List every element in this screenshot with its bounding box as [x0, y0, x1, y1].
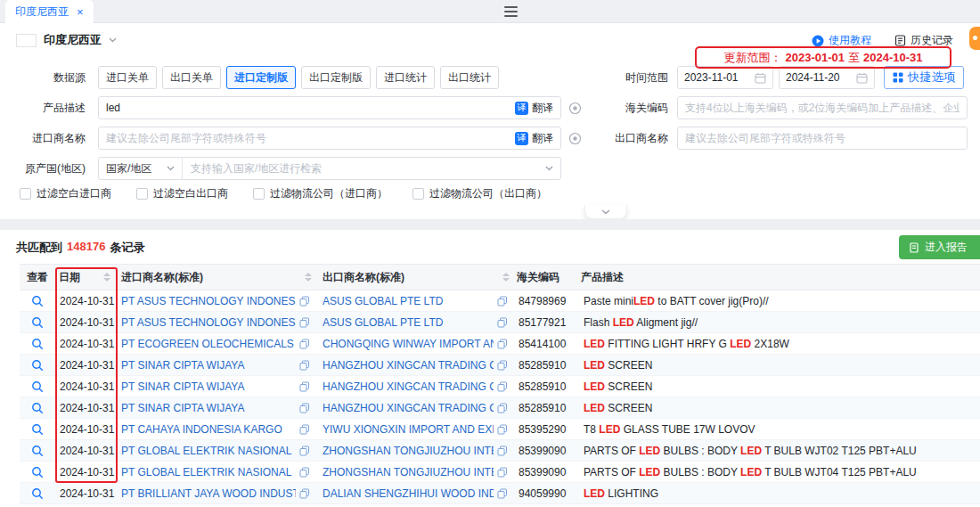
view-details-icon[interactable] [31, 359, 44, 372]
source-tab-export-custom[interactable]: 出口定制版 [301, 66, 371, 89]
header-exporter[interactable]: 出口商名称(标准) [319, 270, 517, 285]
checkbox-filter-blank-exporter[interactable]: 过滤空白出口商 [136, 186, 228, 201]
copy-icon[interactable] [497, 296, 508, 307]
table-row: 2024-10-31 PT ASUS TECHNOLOGY INDONESIA … [20, 312, 980, 333]
translate-button[interactable]: 译 翻译 [515, 101, 560, 116]
exporter-link[interactable]: CHONGQING WINWAY IMPORT AND E... [319, 338, 494, 350]
match-count: 148176 [67, 240, 105, 256]
chevron-down-icon[interactable] [545, 166, 560, 171]
copy-icon[interactable] [299, 424, 310, 435]
importer-name-input[interactable] [99, 127, 515, 149]
hs-code-input[interactable] [678, 97, 967, 119]
exact-match-toggle[interactable] [568, 132, 582, 145]
header-date[interactable]: 日期 [55, 270, 118, 285]
importer-link[interactable]: PT CAHAYA INDONESIA KARGO [118, 423, 296, 436]
copy-icon[interactable] [299, 339, 310, 349]
hs-code-cell: 84798969 [517, 295, 581, 307]
copy-icon[interactable] [497, 360, 508, 371]
product-desc-input[interactable] [99, 97, 515, 119]
sort-icon[interactable] [499, 273, 510, 282]
view-details-icon[interactable] [31, 316, 44, 329]
country-selector[interactable]: 印度尼西亚 [16, 32, 117, 48]
tutorial-link[interactable]: 使用教程 [812, 33, 871, 48]
copy-icon[interactable] [299, 317, 310, 328]
exporter-link[interactable]: ZHONGSHAN TONGJIUZHOU INTERNA... [319, 445, 494, 457]
importer-link[interactable]: PT SINAR CIPTA WIJAYA [118, 402, 296, 414]
view-details-icon[interactable] [31, 402, 44, 414]
product-desc-cell: T8 LED GLASS TUBE 17W LOVOV [581, 423, 980, 436]
sort-icon[interactable] [100, 273, 110, 282]
calendar-icon [755, 72, 766, 84]
importer-link[interactable]: PT GLOBAL ELEKTRIK NASIONAL [118, 466, 296, 478]
copy-icon[interactable] [497, 403, 508, 413]
hs-code-cell: 85285910 [517, 380, 581, 393]
view-details-icon[interactable] [31, 445, 44, 457]
copy-icon[interactable] [299, 381, 310, 392]
header-importer[interactable]: 进口商名称(标准) [118, 270, 319, 285]
copy-icon[interactable] [497, 424, 508, 435]
source-tab-import-custom[interactable]: 进口定制版 [226, 66, 296, 89]
collapse-panel-button[interactable] [584, 205, 627, 219]
tab-menu-icon[interactable] [504, 6, 518, 17]
importer-link[interactable]: PT ECOGREEN OLEOCHEMICALS [118, 338, 296, 350]
exporter-link[interactable]: HANGZHOU XINGCAN TRADING CO LTD [319, 402, 494, 414]
copy-icon[interactable] [497, 467, 508, 478]
copy-icon[interactable] [299, 488, 310, 499]
source-tab-export-stats[interactable]: 出口统计 [440, 66, 499, 89]
exporter-cell: ASUS GLOBAL PTE LTD [319, 316, 517, 329]
exact-match-toggle[interactable] [568, 102, 582, 115]
origin-country-input[interactable] [183, 162, 545, 175]
exporter-name-input[interactable] [678, 127, 967, 149]
exporter-link[interactable]: HANGZHOU XINGCAN TRADING CO LTD [319, 359, 494, 372]
exporter-link[interactable]: DALIAN SHENGZHIHUI WOOD INDUST... [319, 487, 494, 500]
source-tab-import-declaration[interactable]: 进口关单 [98, 66, 157, 89]
copy-icon[interactable] [299, 360, 310, 371]
copy-icon[interactable] [497, 488, 508, 499]
date-end-picker[interactable]: 2024-11-20 [779, 66, 875, 89]
enter-report-button[interactable]: 进入报告 [899, 235, 980, 259]
copy-icon[interactable] [299, 403, 310, 413]
exporter-link[interactable]: ASUS GLOBAL PTE LTD [319, 295, 494, 307]
view-details-icon[interactable] [31, 338, 44, 350]
date-cell: 2024-10-31 [55, 295, 118, 307]
history-link[interactable]: 历史记录 [894, 33, 953, 48]
copy-icon[interactable] [497, 339, 508, 349]
copy-icon[interactable] [299, 446, 310, 456]
date-cell: 2024-10-31 [55, 380, 118, 393]
copy-icon[interactable] [497, 381, 508, 392]
view-details-icon[interactable] [31, 423, 44, 436]
importer-link[interactable]: PT ASUS TECHNOLOGY INDONESIA BA... [118, 316, 296, 329]
importer-link[interactable]: PT BRILLIANT JAYA WOOD INDUSTRY [118, 487, 296, 500]
source-tab-export-declaration[interactable]: 出口关单 [162, 66, 221, 89]
view-details-icon[interactable] [31, 487, 44, 500]
tab-indonesia[interactable]: 印度尼西亚 × [5, 0, 94, 23]
tab-close-icon[interactable]: × [77, 6, 84, 18]
exporter-link[interactable]: YIWU XIONGXIN IMPORT AND EXPORT... [319, 423, 494, 436]
exporter-link[interactable]: ZHONGSHAN TONGJIUZHOU INTERNA... [319, 466, 494, 478]
importer-link[interactable]: PT GLOBAL ELEKTRIK NASIONAL [118, 445, 296, 457]
copy-icon[interactable] [299, 296, 310, 307]
hs-code-cell: 85285910 [517, 402, 581, 414]
exporter-link[interactable]: ASUS GLOBAL PTE LTD [319, 316, 494, 329]
sort-icon[interactable] [301, 273, 312, 282]
translate-icon: 译 [515, 102, 528, 115]
translate-button[interactable]: 译 翻译 [515, 131, 560, 146]
floating-widget[interactable] [969, 27, 980, 50]
copy-icon[interactable] [497, 446, 508, 456]
quick-options-button[interactable]: 快捷选项 [884, 66, 964, 89]
checkbox-filter-logistics-exporter[interactable]: 过滤物流公司（出口商） [412, 186, 547, 201]
copy-icon[interactable] [299, 467, 310, 478]
exporter-link[interactable]: HANGZHOU XINGCAN TRADING CO LTD [319, 380, 494, 393]
importer-link[interactable]: PT SINAR CIPTA WIJAYA [118, 380, 296, 393]
origin-country-select[interactable]: 国家/地区 [99, 158, 183, 179]
view-details-icon[interactable] [31, 380, 44, 393]
checkbox-filter-logistics-importer[interactable]: 过滤物流公司（进口商） [253, 186, 388, 201]
view-details-icon[interactable] [31, 466, 44, 478]
checkbox-filter-blank-importer[interactable]: 过滤空白进口商 [20, 186, 111, 201]
source-tab-import-stats[interactable]: 进口统计 [376, 66, 435, 89]
importer-link[interactable]: PT ASUS TECHNOLOGY INDONESIA BA... [118, 295, 296, 307]
view-details-icon[interactable] [31, 295, 44, 307]
importer-link[interactable]: PT SINAR CIPTA WIJAYA [118, 359, 296, 372]
copy-icon[interactable] [497, 317, 508, 328]
date-start-picker[interactable]: 2023-11-01 [677, 66, 773, 89]
